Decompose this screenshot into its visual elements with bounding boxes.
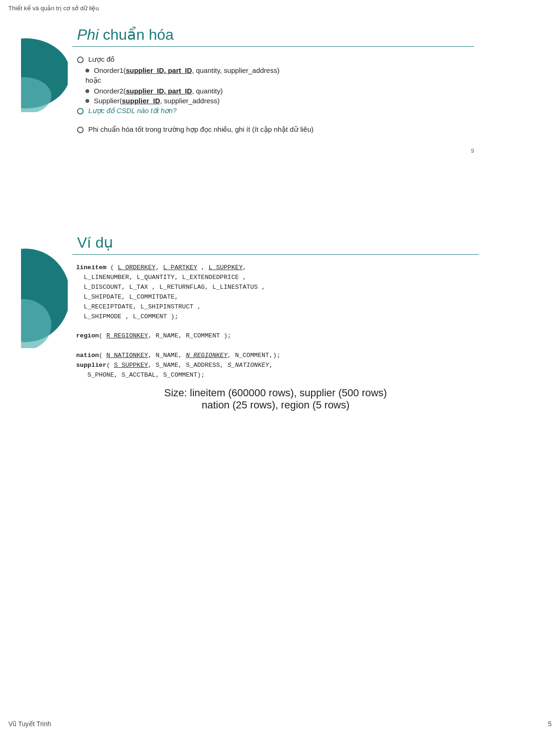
supplier-text: Supplier(supplier_ID, supplier_address): [94, 97, 220, 105]
bullet-question: Lược đồ CSDL nào tốt hơn?: [77, 107, 474, 115]
dot-icon-3: [85, 99, 89, 103]
code-line-lineitem: lineitem ( L_ORDERKEY, L_PARTKEY , L_SUP…: [76, 263, 479, 273]
footer-author: Vũ Tuyết Trinh: [8, 720, 51, 728]
teal-decoration-2: [21, 243, 68, 346]
slide-2: Ví dụ lineitem ( L_ORDERKEY, L_PARTKEY ,…: [72, 234, 479, 411]
page-number-1: 9: [72, 148, 474, 154]
size-text-1: Size: lineitem (600000 rows), supplier (…: [72, 387, 479, 399]
sub-bullet-onorder1: Onorder1(supplier_ID, part_ID, quantity,…: [85, 66, 474, 74]
italic-question: Lược đồ CSDL nào tốt hơn?: [88, 107, 177, 115]
phi-text: Phi chuẩn hóa tốt trong trường hợp đọc n…: [88, 125, 313, 134]
header-title: Thiết kế và quản trị cơ sở dữ liệu: [8, 5, 99, 12]
title-divider-1: [72, 46, 474, 47]
sub-bullet-onorder2: Onorder2(supplier_ID, part_ID, quantity): [85, 87, 474, 95]
size-text-2: nation (25 rows), region (5 rows): [72, 399, 479, 411]
code-line-supplier2: S_PHONE, S_ACCTBAL, S_COMMENT);: [76, 371, 479, 380]
circle-icon-3: [77, 127, 84, 133]
teal-decoration-1: [21, 35, 68, 110]
code-line-region: region( R_REGIONKEY, R_NAME, R_COMMENT )…: [76, 331, 479, 341]
slide1-title: Phi chuẩn hóa: [77, 26, 174, 43]
circle-icon-1: [77, 57, 84, 63]
code-block: lineitem ( L_ORDERKEY, L_PARTKEY , L_SUP…: [76, 263, 479, 380]
sub-bullet-supplier: Supplier(supplier_ID, supplier_address): [85, 97, 474, 105]
footer-bar: Vũ Tuyết Trinh 5: [8, 720, 552, 728]
footer-page: 5: [548, 720, 552, 728]
code-line-6: L_SHIPMODE , L_COMMENT );: [76, 312, 479, 322]
luoc-do-label: Lược đồ: [88, 55, 114, 64]
code-line-2: L_LINENUMBER, L_QUANTITY, L_EXTENDEDPRIC…: [76, 273, 479, 283]
bullet-phi: Phi chuẩn hóa tốt trong trường hợp đọc n…: [77, 125, 474, 134]
code-line-supplier1: supplier( S_SUPPKEY, S_NAME, S_ADDRESS, …: [76, 361, 479, 371]
dot-icon-2: [85, 89, 89, 93]
slide-1: Phi chuẩn hóa Lược đồ Onorder1(supplier_…: [72, 26, 474, 154]
title-divider-2: [72, 254, 479, 255]
code-line-nation: nation( N_NATIONKEY, N_NAME, N_REGIONKEY…: [76, 351, 479, 361]
dot-icon-1: [85, 69, 89, 72]
hoac-label: hoặc: [85, 76, 474, 85]
circle-icon-2: [77, 108, 84, 114]
bullet-luoc-do: Lược đồ: [77, 55, 474, 64]
code-line-5: L_RECEIPTDATE, L_SHIPINSTRUCT ,: [76, 302, 479, 312]
slide2-title: Ví dụ: [77, 234, 113, 251]
code-line-3: L_DISCOUNT, L_TAX , L_RETURNFLAG, L_LINE…: [76, 283, 479, 293]
onorder2-text: Onorder2(supplier_ID, part_ID, quantity): [94, 87, 223, 95]
code-line-4: L_SHIPDATE, L_COMMITDATE,: [76, 293, 479, 302]
onorder1-text: Onorder1(supplier_ID, part_ID, quantity,…: [94, 66, 279, 74]
